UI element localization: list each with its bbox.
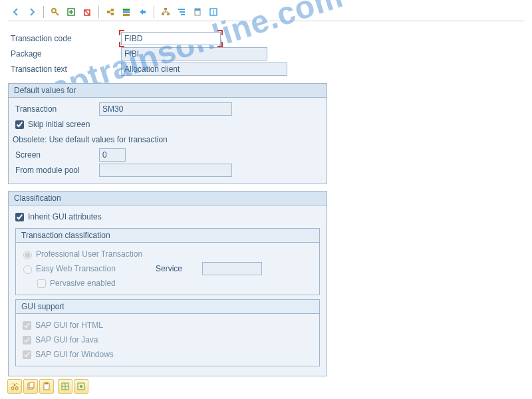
display-change-icon[interactable] bbox=[48, 5, 63, 19]
forward-icon[interactable] bbox=[25, 5, 39, 19]
screen-field: 0 bbox=[99, 148, 126, 162]
svg-rect-15 bbox=[164, 8, 167, 10]
transaction-code-input[interactable] bbox=[121, 32, 221, 45]
transaction-code-label: Transaction code bbox=[8, 34, 121, 43]
layout-icon[interactable] bbox=[58, 379, 72, 394]
svg-line-11 bbox=[110, 12, 111, 14]
info-icon[interactable]: i bbox=[206, 5, 221, 19]
create-icon[interactable] bbox=[64, 5, 78, 19]
documentation-icon[interactable] bbox=[190, 5, 205, 19]
professional-label: Professional User Transaction bbox=[36, 249, 142, 259]
gui-java-checkbox bbox=[23, 336, 31, 344]
transaction-text-label: Transaction text bbox=[8, 65, 121, 74]
hierarchy-icon[interactable] bbox=[158, 5, 173, 19]
outline-icon[interactable] bbox=[174, 5, 189, 19]
easy-web-radio bbox=[23, 265, 32, 274]
gui-support-title: GUI support bbox=[16, 300, 319, 314]
svg-rect-13 bbox=[123, 11, 130, 13]
skip-initial-label: Skip initial screen bbox=[28, 120, 90, 129]
inherit-gui-checkbox[interactable] bbox=[15, 213, 24, 221]
from-module-pool-label: From module pool bbox=[13, 166, 99, 175]
pervasive-checkbox bbox=[37, 279, 46, 288]
svg-rect-7 bbox=[107, 11, 110, 13]
easy-web-label: Easy Web Transaction bbox=[36, 264, 156, 273]
object-list-icon[interactable] bbox=[119, 5, 134, 19]
svg-line-1 bbox=[56, 13, 59, 15]
gui-support-group: GUI support SAP GUI for HTML SAP GUI for… bbox=[15, 299, 320, 366]
pervasive-label: Pervasive enabled bbox=[50, 279, 116, 288]
svg-rect-16 bbox=[162, 13, 164, 15]
separator bbox=[98, 6, 99, 18]
svg-point-41 bbox=[80, 385, 82, 388]
gui-windows-label: SAP GUI for Windows bbox=[35, 350, 114, 359]
skip-initial-checkbox[interactable] bbox=[15, 120, 24, 129]
svg-point-0 bbox=[52, 9, 56, 13]
navigate-icon[interactable] bbox=[135, 5, 150, 19]
svg-rect-34 bbox=[29, 382, 34, 388]
transaction-text-row: Transaction text Allocation client bbox=[8, 62, 524, 76]
svg-rect-36 bbox=[45, 382, 48, 384]
svg-line-6 bbox=[84, 10, 90, 15]
transaction-field: SM30 bbox=[99, 102, 232, 116]
gui-java-label: SAP GUI for Java bbox=[35, 335, 98, 344]
settings-icon[interactable] bbox=[74, 379, 88, 394]
classification-title: Classification bbox=[9, 192, 327, 205]
separator bbox=[154, 6, 154, 18]
obsolete-note: Obsolete: Use default values for transac… bbox=[13, 132, 323, 147]
package-row: Package FIBI bbox=[8, 47, 524, 61]
inherit-gui-label: Inherit GUI attributes bbox=[28, 212, 102, 221]
separator bbox=[43, 6, 44, 18]
classification-group: Classification Inherit GUI attributes Tr… bbox=[8, 191, 327, 376]
svg-rect-17 bbox=[167, 13, 170, 15]
svg-text:i: i bbox=[213, 7, 215, 17]
svg-rect-12 bbox=[123, 9, 130, 11]
default-values-group: Default values for Transaction SM30 Skip… bbox=[8, 83, 327, 184]
screen-label: Screen bbox=[13, 150, 99, 160]
transaction-label: Transaction bbox=[13, 104, 99, 114]
package-field: FIBI bbox=[121, 47, 267, 61]
transaction-code-row: Transaction code bbox=[8, 31, 524, 46]
paste-icon[interactable] bbox=[39, 379, 54, 394]
svg-rect-8 bbox=[111, 9, 114, 11]
svg-rect-14 bbox=[123, 14, 130, 16]
svg-point-30 bbox=[15, 387, 18, 390]
bottom-toolbar bbox=[7, 379, 89, 394]
service-label: Service bbox=[156, 264, 202, 273]
default-values-title: Default values for bbox=[9, 84, 327, 98]
service-field bbox=[202, 262, 262, 275]
cut-icon[interactable] bbox=[7, 379, 22, 394]
svg-point-29 bbox=[11, 387, 14, 390]
transaction-text-field: Allocation client bbox=[121, 63, 287, 76]
gui-windows-checkbox bbox=[23, 350, 31, 359]
professional-radio bbox=[23, 251, 32, 259]
package-label: Package bbox=[8, 49, 121, 59]
application-toolbar: i bbox=[8, 3, 524, 21]
svg-line-10 bbox=[110, 10, 111, 12]
gui-html-label: SAP GUI for HTML bbox=[35, 321, 103, 330]
svg-rect-26 bbox=[195, 9, 200, 11]
copy-icon[interactable] bbox=[23, 379, 38, 394]
gui-html-checkbox bbox=[23, 321, 31, 330]
from-module-pool-field bbox=[99, 164, 232, 177]
back-icon[interactable] bbox=[9, 5, 23, 19]
transaction-classification-title: Transaction classification bbox=[16, 229, 319, 243]
where-used-icon[interactable] bbox=[103, 5, 118, 19]
svg-rect-9 bbox=[111, 13, 114, 15]
delete-icon[interactable] bbox=[80, 5, 94, 19]
transaction-classification-group: Transaction classification Professional … bbox=[15, 228, 320, 295]
